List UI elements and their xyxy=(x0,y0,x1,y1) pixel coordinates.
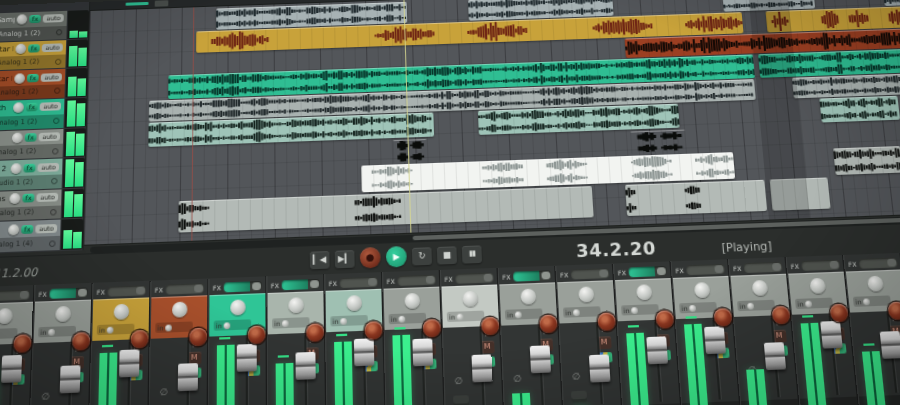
track-fx-chip[interactable]: fx xyxy=(22,194,35,203)
media-item[interactable] xyxy=(820,96,900,123)
media-item[interactable] xyxy=(393,139,427,163)
input-knob[interactable] xyxy=(863,298,870,305)
pan-knob[interactable] xyxy=(113,304,129,320)
track-fx-chip[interactable]: fx xyxy=(24,133,37,142)
track-fx-chip[interactable]: fx xyxy=(27,73,40,82)
track-routing-label[interactable]: Analog 1 (2) xyxy=(0,29,54,39)
phase-icon[interactable]: ∅ xyxy=(160,387,168,398)
track-control-2[interactable]: Guitar LeadfxautoAnalog 1 (2) xyxy=(0,39,88,71)
input-knob[interactable] xyxy=(283,320,290,327)
fader-handle[interactable] xyxy=(119,349,139,377)
transport-pause-button[interactable]: ▮▮ xyxy=(462,245,482,263)
input-row[interactable]: in xyxy=(389,313,427,324)
track-automation-chip[interactable]: auto xyxy=(36,224,57,233)
input-knob[interactable] xyxy=(341,317,348,324)
input-knob[interactable] xyxy=(107,326,114,333)
fx-enable-toggle[interactable] xyxy=(107,285,146,296)
fx-enable-toggle[interactable] xyxy=(858,257,898,268)
input-knob[interactable] xyxy=(515,311,522,318)
track-automation-chip[interactable]: auto xyxy=(43,14,64,23)
track-name[interactable]: Keys 2 xyxy=(0,164,9,173)
transport-repeat-button[interactable]: ↻ xyxy=(412,247,432,265)
track-volume-knob[interactable] xyxy=(16,15,27,25)
track-control-4[interactable]: SynthfxautoAnalog 1 (2) xyxy=(0,98,87,131)
track-fx-chip[interactable]: fx xyxy=(28,44,41,53)
pan-knob[interactable] xyxy=(404,293,420,309)
track-automation-chip[interactable]: auto xyxy=(37,193,58,202)
pan-knob[interactable] xyxy=(55,306,71,322)
track-routing-label[interactable]: Analog 1 (2) xyxy=(0,148,50,158)
track-volume-knob[interactable] xyxy=(15,44,26,55)
pan-knob[interactable] xyxy=(520,289,536,305)
env-circle-icon[interactable] xyxy=(56,29,62,35)
input-row[interactable]: in xyxy=(38,326,76,338)
track-name[interactable]: Synth xyxy=(0,104,11,113)
pan-knob[interactable] xyxy=(0,308,12,324)
mixer-strip-2[interactable]: FXin◁M∅ xyxy=(0,285,35,405)
media-item[interactable] xyxy=(630,130,687,155)
fx-enable-toggle[interactable] xyxy=(628,266,667,277)
fader-handle[interactable] xyxy=(237,343,257,371)
input-knob[interactable] xyxy=(573,309,580,316)
mixer-strip-9[interactable]: FXin◁M∅ xyxy=(382,270,445,405)
fx-enable-toggle[interactable] xyxy=(801,260,840,271)
env-circle-icon[interactable] xyxy=(53,118,60,125)
fader-handle[interactable] xyxy=(646,336,668,364)
fx-enable-toggle[interactable] xyxy=(49,287,88,298)
pan-knob[interactable] xyxy=(230,299,245,315)
mixer-strip-12[interactable]: FXin◁M∅ xyxy=(555,264,623,405)
track-name[interactable]: Key xyxy=(0,134,10,143)
fader-handle[interactable] xyxy=(178,363,198,391)
track-volume-knob[interactable] xyxy=(12,132,23,143)
envelope-button[interactable] xyxy=(453,395,469,405)
env-circle-icon[interactable] xyxy=(49,240,56,247)
phase-icon[interactable]: ∅ xyxy=(513,374,521,385)
input-knob[interactable] xyxy=(632,307,639,314)
input-knob[interactable] xyxy=(457,313,464,320)
mixer-strip-10[interactable]: FXin◁M∅ xyxy=(440,268,505,405)
media-item[interactable] xyxy=(833,146,900,175)
pan-knob[interactable] xyxy=(171,302,187,318)
pan-knob[interactable] xyxy=(462,291,478,307)
fx-enable-toggle[interactable] xyxy=(513,270,552,281)
transport-play-button[interactable]: ▶ xyxy=(386,246,407,268)
track-control-8[interactable]: PercfxautoAnalog 1 (4) xyxy=(0,219,83,253)
fader-handle[interactable] xyxy=(295,351,315,379)
transport-go-end-button[interactable]: ▶▎ xyxy=(335,250,355,268)
track-fx-chip[interactable]: fx xyxy=(23,163,36,172)
track-control-1[interactable]: G SamplerfxautoAnalog 1 (2) xyxy=(0,10,89,42)
phase-icon[interactable]: ∅ xyxy=(42,391,50,402)
pan-knob[interactable] xyxy=(751,280,768,296)
track-routing-label[interactable]: Analog 1 (2) xyxy=(0,58,53,68)
fx-enable-toggle[interactable] xyxy=(570,268,609,279)
input-row[interactable]: in xyxy=(447,311,485,322)
track-name[interactable]: G Sampler xyxy=(0,16,15,25)
env-circle-icon[interactable] xyxy=(50,209,57,216)
fader-handle[interactable] xyxy=(589,354,611,382)
env-circle-icon[interactable] xyxy=(54,88,61,94)
fader-handle[interactable] xyxy=(1,355,22,383)
fx-enable-toggle[interactable] xyxy=(743,262,782,273)
phase-icon[interactable]: ∅ xyxy=(455,376,463,387)
fader-handle[interactable] xyxy=(880,331,900,359)
track-volume-knob[interactable] xyxy=(8,224,19,235)
fader-handle[interactable] xyxy=(472,354,493,382)
input-knob[interactable] xyxy=(805,300,812,307)
input-row[interactable]: in xyxy=(330,315,368,326)
track-control-7[interactable]: DrumsfxautoAnalog 1 (2) xyxy=(0,188,84,222)
input-row[interactable]: in xyxy=(679,302,717,313)
env-circle-icon[interactable] xyxy=(55,58,62,64)
track-name[interactable]: Guitar Lead 2 xyxy=(0,74,12,83)
fader-handle[interactable] xyxy=(820,320,843,348)
input-row[interactable]: in xyxy=(737,300,775,311)
fx-enable-toggle[interactable] xyxy=(397,275,436,286)
envelope-button[interactable] xyxy=(571,391,587,403)
input-row[interactable]: in xyxy=(155,321,193,333)
arrange-view[interactable] xyxy=(84,0,900,246)
track-fx-chip[interactable]: fx xyxy=(26,103,39,112)
phase-icon[interactable]: ∅ xyxy=(572,371,580,382)
fx-enable-toggle[interactable] xyxy=(455,272,494,283)
input-knob[interactable] xyxy=(748,302,755,309)
track-volume-knob[interactable] xyxy=(9,193,20,204)
track-name[interactable]: Guitar Lead xyxy=(0,45,13,54)
